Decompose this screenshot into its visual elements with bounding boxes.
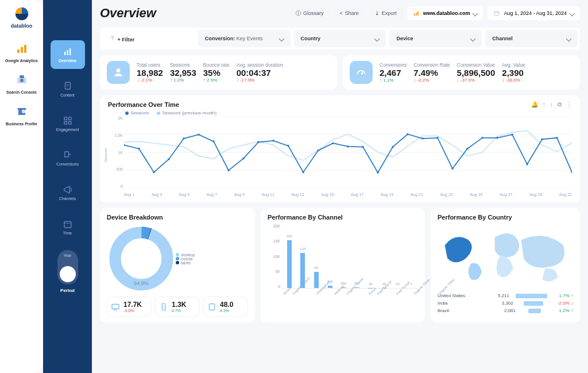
svg-rect-4 (20, 75, 24, 78)
device-stat-mobile: 1.3K4.7% (155, 297, 200, 317)
svg-point-51 (392, 146, 394, 148)
analytics-icon (413, 10, 420, 17)
nav-conversions[interactable]: Conversions (51, 144, 85, 172)
svg-point-36 (168, 158, 170, 160)
channel-title: Performance By Channel (268, 214, 418, 221)
svg-point-34 (138, 148, 140, 149)
line-chart-svg (124, 116, 572, 189)
chart-legend: Sessions Sessions (previous month) (125, 110, 216, 116)
svg-point-35 (153, 171, 155, 173)
svg-point-60 (526, 163, 528, 165)
svg-rect-2 (24, 45, 26, 53)
rail-bp-label: Business Profile (5, 122, 39, 126)
performance-over-time-card: Performance Over Time 🔔 ↑ ↓ ⧉ ⋮ Sessions… (100, 95, 580, 202)
world-map (438, 224, 573, 287)
svg-point-54 (436, 137, 439, 139)
nav-engagement[interactable]: Engagement (51, 109, 85, 138)
channel-panel: Performance By Channel 20K15K10K5K0 15K1… (261, 208, 425, 322)
svg-point-47 (332, 143, 334, 144)
country-title: Performance By Country (438, 214, 573, 221)
svg-rect-19 (64, 222, 71, 228)
nav-channels[interactable]: Channels (51, 178, 85, 207)
kpi-card-users: Total users18,982-2.1% Sessions32,9531.2… (100, 55, 337, 90)
calendar-icon (493, 10, 500, 17)
chart-yaxis: 2K1.5K1K5000 (108, 116, 123, 189)
chart-menu-icon[interactable]: ⋮ (566, 101, 572, 108)
svg-point-62 (556, 137, 558, 139)
svg-point-61 (541, 139, 543, 140)
export-button[interactable]: ⤓Export (369, 7, 403, 20)
svg-point-41 (242, 157, 245, 159)
rail-search-console[interactable]: Search Console (5, 73, 39, 94)
user-icon (107, 61, 130, 84)
chart-copy-icon[interactable]: ⧉ (558, 101, 562, 108)
page-title: Overview (100, 6, 285, 21)
chevron-down-icon (470, 36, 476, 41)
svg-rect-22 (416, 13, 417, 16)
filter-device[interactable]: Device (389, 30, 482, 47)
year-period-toggle[interactable]: Year (57, 250, 78, 284)
country-row: India3,302-2.0% ↓ (438, 299, 573, 307)
desktop-icon (111, 302, 120, 312)
info-icon: ⓘ (296, 10, 301, 17)
chart-notify-icon[interactable]: 🔔 (531, 101, 538, 108)
chart-down-icon[interactable]: ↓ (550, 101, 553, 108)
kpi-card-conversions: Conversions2,4671.1% Conversion Rate7.49… (343, 55, 580, 90)
rail-business-profile[interactable]: G Business Profile (5, 105, 39, 126)
chart-xaxis: Aug 1Aug 3Aug 5Aug 7Aug 9Aug 11Aug 13Aug… (124, 193, 572, 197)
nav-overview-lbl: Overview (59, 59, 76, 63)
svg-rect-68 (112, 304, 119, 309)
chevron-down-icon (473, 10, 478, 16)
nav-time[interactable]: Time (51, 213, 85, 241)
svg-point-42 (257, 141, 260, 143)
nav-content-lbl: Content (60, 93, 75, 97)
rail-google-analytics[interactable]: Google Analytics (5, 41, 39, 63)
gauge-icon (350, 61, 373, 84)
svg-point-58 (496, 137, 498, 139)
nav-time-lbl: Time (63, 231, 72, 235)
nav-channels-lbl: Channels (59, 197, 76, 201)
nav-content[interactable]: Content (51, 75, 85, 103)
chevron-down-icon (374, 36, 380, 41)
glossary-button[interactable]: ⓘGlossary (290, 6, 330, 21)
bar-yaxis: 20K15K10K5K0 (268, 224, 280, 289)
svg-rect-21 (414, 14, 415, 16)
chevron-down-icon (570, 10, 575, 16)
svg-point-40 (227, 170, 230, 171)
svg-point-26 (117, 68, 121, 72)
svg-rect-11 (69, 48, 71, 55)
share-button[interactable]: <Share (334, 7, 364, 20)
brand-logo: databloo (9, 6, 34, 31)
add-filter-button[interactable]: + Filter (102, 30, 195, 47)
chevron-down-icon (278, 36, 284, 41)
svg-point-50 (377, 172, 379, 174)
donut-chart: 94.9% (107, 224, 176, 293)
date-range-selector[interactable]: Aug 1, 2024 - Aug 31, 2024 (488, 6, 580, 20)
toggle-year-lbl: Year (57, 253, 78, 257)
svg-point-59 (511, 133, 513, 135)
svg-point-63 (571, 171, 572, 173)
svg-line-27 (361, 72, 363, 74)
brand-name: databloo (11, 23, 33, 29)
svg-point-38 (198, 133, 200, 135)
nav-conversions-lbl: Conversions (56, 162, 79, 166)
site-selector[interactable]: www.databloo.com (407, 6, 483, 20)
chart-up-icon[interactable]: ↑ (543, 101, 546, 108)
filter-conversion[interactable]: Conversion: Key Events (198, 30, 291, 47)
country-row: United States5,2111.7% ↑ (438, 292, 573, 299)
toggle-period-lbl: Period (60, 288, 75, 293)
svg-point-64 (115, 233, 168, 285)
filter-channel[interactable]: Channel (485, 30, 578, 47)
svg-rect-0 (17, 49, 20, 53)
bar-xaxis: DirectOrganic SearchUnassignedReferralOr… (283, 289, 418, 305)
mobile-icon (159, 302, 168, 312)
device-breakdown-panel: Device Breakdown 94.9% desktop mobile ta… (100, 208, 255, 322)
svg-rect-16 (68, 117, 71, 120)
filter-country[interactable]: Country (294, 30, 386, 47)
nav-overview[interactable]: Overview (51, 40, 85, 69)
device-title: Device Breakdown (107, 214, 248, 221)
svg-rect-70 (162, 303, 165, 310)
svg-rect-9 (64, 52, 65, 55)
svg-point-56 (466, 148, 469, 149)
country-panel: Performance By Country United States5,21… (431, 208, 580, 322)
